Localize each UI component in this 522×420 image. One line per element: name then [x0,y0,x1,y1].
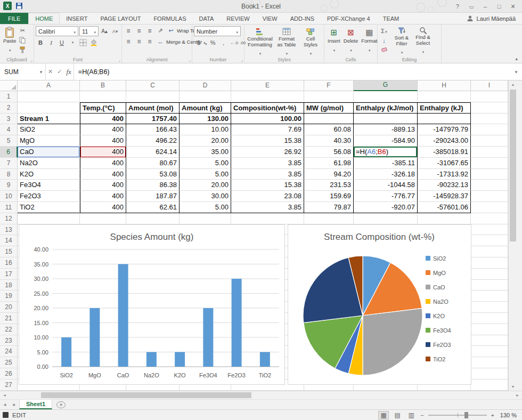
scroll-down-icon[interactable] [509,383,517,391]
cell-F11[interactable]: 79.87 [304,202,354,213]
ribbon-tab-file[interactable]: FILE [0,13,28,24]
zoom-level[interactable]: 130 % [499,412,517,418]
column-header-G[interactable]: G [354,80,418,91]
cell-B4[interactable]: 400 [80,124,126,135]
font-color-button[interactable] [100,38,109,47]
sheet-nav-right-icon[interactable] [10,400,19,409]
cell-H10[interactable]: -145928.37 [418,191,471,202]
column-header-I[interactable]: I [471,80,508,91]
cell-G3[interactable] [354,114,418,125]
cell-I21[interactable] [471,313,508,324]
row-header-16[interactable]: 16 [0,257,18,269]
cell-F1[interactable] [304,91,354,102]
cell-A6[interactable]: CaO [18,147,80,158]
cell-I5[interactable] [471,135,508,147]
italic-button[interactable]: I [46,38,56,47]
format-cells-button[interactable]: Format [360,26,379,55]
zoom-in-button[interactable] [491,412,494,418]
cell-G12[interactable] [354,213,418,224]
ribbon-tab-home[interactable]: HOME [28,13,60,24]
cell-I8[interactable] [471,169,508,180]
copy-button[interactable] [18,36,27,45]
vertical-scroll-thumb[interactable] [510,90,516,241]
fill-color-button[interactable] [89,38,99,47]
cancel-button[interactable]: ✕ [48,68,53,75]
cell-E9[interactable]: 15.38 [231,180,304,191]
cell-I20[interactable] [471,302,508,313]
name-box[interactable]: SUM [0,63,46,80]
row-header-3[interactable]: 3 [0,114,18,125]
cell-I15[interactable] [471,246,508,257]
cell-A10[interactable]: Fe2O3 [18,191,80,202]
row-header-13[interactable]: 13 [0,224,18,236]
row-header-10[interactable]: 10 [0,191,18,202]
close-button[interactable] [506,3,520,10]
clipboard-dialog-launcher[interactable] [30,58,32,62]
sort-filter-button[interactable]: Sort & Filter [391,26,412,55]
cell-C3[interactable]: 1757.40 [126,114,180,125]
percent-format-button[interactable]: % [208,38,218,47]
font-size-combo[interactable]: 11 [79,26,99,36]
cell-E1[interactable] [231,91,304,102]
font-dialog-launcher[interactable] [118,58,120,62]
row-header-21[interactable]: 21 [0,313,18,324]
account-area[interactable]: Lauri Mäenpää [467,13,522,24]
align-bottom-button[interactable] [145,26,154,35]
alignment-dialog-launcher[interactable] [189,58,191,62]
cell-C5[interactable]: 496.22 [126,135,180,147]
insert-function-button[interactable]: fx [66,68,71,76]
cell-E10[interactable]: 23.08 [231,191,304,202]
row-header-5[interactable]: 5 [0,135,18,147]
ribbon-tab-team[interactable]: TEAM [377,13,406,24]
cell-G7[interactable]: -385.11 [354,158,418,169]
cell-E8[interactable]: 3.85 [231,169,304,180]
cell-D5[interactable]: 20.00 [180,135,231,147]
zoom-slider-thumb[interactable] [464,412,468,418]
cell-I10[interactable] [471,191,508,202]
name-box-dropdown-icon[interactable] [37,69,45,75]
align-left-button[interactable] [124,37,133,46]
cell-A1[interactable] [18,91,80,102]
cell-I16[interactable] [471,257,508,269]
vertical-scrollbar[interactable] [508,80,517,391]
cell-I1[interactable] [471,91,508,102]
delete-cells-button[interactable]: Delete [342,26,360,55]
cell-A8[interactable]: K2O [18,169,80,180]
cell-E11[interactable]: 3.85 [231,202,304,213]
cell-B5[interactable]: 400 [80,135,126,147]
ribbon-tab-formulas[interactable]: FORMULAS [147,13,192,24]
cell-H6[interactable]: -385018.91 [418,147,471,158]
cell-B11[interactable]: 400 [80,202,126,213]
currency-format-button[interactable]: $ [194,38,203,47]
cell-D1[interactable] [180,91,231,102]
sheet-nav-left-icon[interactable] [0,400,10,409]
row-header-11[interactable]: 11 [0,202,18,213]
cell-E5[interactable]: 15.38 [231,135,304,147]
increase-font-size-button[interactable] [100,27,109,36]
cell-D9[interactable]: 20.00 [180,180,231,191]
cell-I6[interactable] [471,147,508,158]
cell-C8[interactable]: 53.08 [126,169,180,180]
bar-chart[interactable]: 0.005.0010.0015.0020.0025.0030.0035.0040… [19,224,285,385]
cell-G9[interactable]: -1044.58 [354,180,418,191]
pie-chart[interactable]: Stream Composition (wt-%)SiO2MgOCaONa2OK… [288,224,471,385]
cell-D7[interactable]: 5.00 [180,158,231,169]
cell-B3[interactable]: 400 [80,114,126,125]
ribbon-tab-insert[interactable]: INSERT [60,13,94,24]
cell-B8[interactable]: 400 [80,169,126,180]
row-header-24[interactable]: 24 [0,346,18,357]
cell-I27[interactable] [471,379,508,391]
cell-F6[interactable]: 56.08 [304,147,354,158]
column-header-C[interactable]: C [126,80,180,91]
cell-H11[interactable]: -57601.06 [418,202,471,213]
cell-F2[interactable]: MW (g/mol) [304,102,354,114]
cell-I2[interactable] [471,102,508,114]
cell-F3[interactable] [304,114,354,125]
cell-D6[interactable]: 35.00 [180,147,231,158]
insert-cells-button[interactable]: Insert [326,26,342,55]
format-as-table-button[interactable]: Format as Table [274,26,299,55]
ribbon-display-options-button[interactable] [464,3,478,10]
find-select-button[interactable]: Find & Select [412,26,434,55]
cell-C6[interactable]: 624.14 [126,147,180,158]
format-painter-button[interactable] [18,45,27,54]
